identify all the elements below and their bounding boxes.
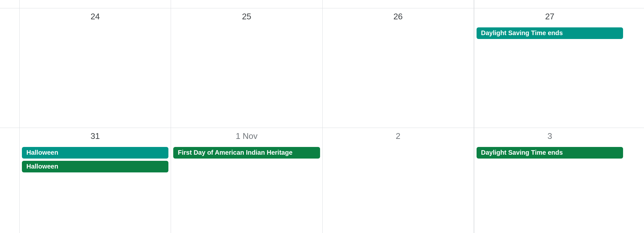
left-gutter	[0, 8, 19, 128]
calendar-event[interactable]: Halloween	[22, 147, 168, 159]
day-number[interactable]: 24	[20, 8, 171, 22]
calendar-row: 31 Halloween Halloween 1 Nov First Day o…	[0, 128, 644, 233]
events-container: Halloween Halloween	[20, 147, 171, 172]
day-number[interactable]: 31	[20, 128, 171, 141]
calendar-cell[interactable]: 1 Nov First Day of American Indian Herit…	[171, 128, 322, 233]
day-number[interactable]: 27	[474, 8, 625, 22]
calendar-cell-stub[interactable]	[171, 0, 322, 8]
calendar-grid: 24 25 26 27 Daylight Saving Time ends 31…	[0, 0, 644, 233]
calendar-row: 24 25 26 27 Daylight Saving Time ends	[0, 8, 644, 128]
right-gutter	[625, 0, 644, 8]
calendar-row-stub	[0, 0, 644, 8]
calendar-event[interactable]: Halloween	[22, 161, 168, 172]
day-number[interactable]: 2	[323, 128, 474, 141]
calendar-cell-stub[interactable]	[19, 0, 171, 8]
calendar-cell[interactable]: 2	[322, 128, 474, 233]
calendar-cell[interactable]: 3 Daylight Saving Time ends	[474, 128, 625, 233]
day-number[interactable]: 1 Nov	[171, 128, 322, 141]
calendar-cell-stub[interactable]	[322, 0, 474, 8]
left-gutter	[0, 128, 19, 233]
calendar-cell[interactable]: 26	[322, 8, 474, 128]
right-gutter	[625, 128, 644, 233]
day-number[interactable]: 25	[171, 8, 322, 22]
calendar-event[interactable]: Daylight Saving Time ends	[477, 147, 623, 159]
right-gutter	[625, 8, 644, 128]
calendar-event[interactable]: Daylight Saving Time ends	[477, 27, 623, 39]
events-container: Daylight Saving Time ends	[474, 147, 625, 159]
calendar-cell[interactable]: 31 Halloween Halloween	[19, 128, 171, 233]
calendar-cell-stub[interactable]	[474, 0, 625, 8]
calendar-cell[interactable]: 27 Daylight Saving Time ends	[474, 8, 625, 128]
left-gutter	[0, 0, 19, 8]
calendar-event[interactable]: First Day of American Indian Heritage	[173, 147, 320, 159]
day-number[interactable]: 26	[323, 8, 474, 22]
events-container: First Day of American Indian Heritage	[171, 147, 322, 159]
calendar-cell[interactable]: 24	[19, 8, 171, 128]
day-number[interactable]: 3	[474, 128, 625, 141]
events-container: Daylight Saving Time ends	[474, 27, 625, 39]
calendar-cell[interactable]: 25	[171, 8, 322, 128]
